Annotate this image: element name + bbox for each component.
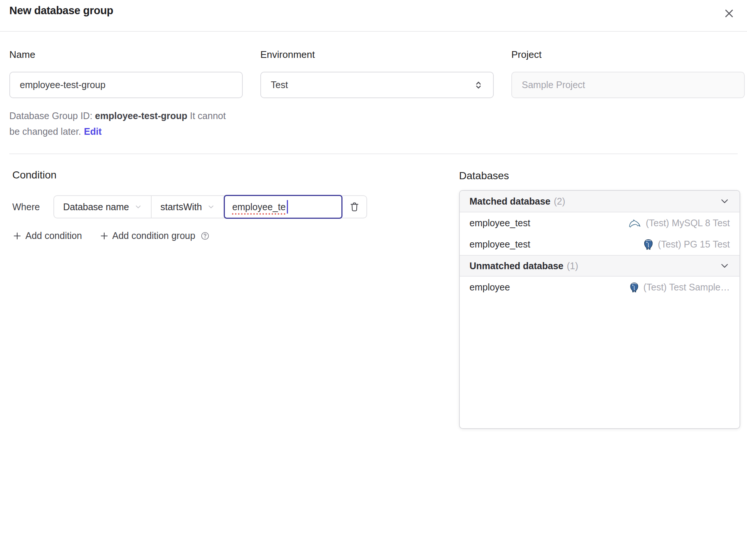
chevron-down-icon — [719, 196, 730, 206]
dialog-header: New database group — [0, 0, 747, 32]
database-row: employee (Test) Test Sample… — [460, 277, 740, 298]
text-caret — [287, 200, 288, 214]
databases-panel-empty-space — [460, 298, 740, 428]
databases-heading: Databases — [459, 168, 740, 183]
condition-operator-value: startsWith — [161, 202, 202, 212]
chevron-down-icon — [134, 203, 142, 211]
matched-database-count: (2) — [554, 196, 565, 207]
environment-field-group: Environment Test — [260, 49, 494, 98]
condition-actions: Add condition Add condition group — [12, 230, 459, 241]
condition-field-value: Database name — [63, 202, 129, 212]
plus-icon — [12, 231, 22, 241]
group-id-note: Database Group ID: employee-test-group I… — [9, 108, 238, 139]
bottom-area: Condition Where Database name startsWith — [0, 154, 747, 429]
database-instance-label: (Test) MySQL 8 Test — [646, 218, 730, 228]
chevron-down-icon — [207, 203, 215, 211]
project-value: Sample Project — [522, 80, 585, 90]
form-row: Name Environment Test Project Sample Pro… — [9, 49, 738, 98]
database-name: employee_test — [469, 239, 530, 250]
name-input[interactable] — [9, 72, 243, 98]
database-row: employee_test (Test) PG 15 Test — [460, 234, 740, 255]
postgresql-elephant-icon — [643, 239, 654, 250]
databases-panel: Matched database (2) employee_test (Test… — [459, 190, 740, 429]
database-instance-label: (Test) PG 15 Test — [658, 239, 730, 250]
database-name: employee_test — [469, 218, 530, 228]
databases-section: Databases Matched database (2) employee_… — [459, 154, 740, 429]
unmatched-database-title: Unmatched database — [469, 261, 563, 271]
condition-operator-dropdown[interactable]: startsWith — [152, 196, 224, 218]
condition-group: Database name startsWith employee_te — [53, 195, 367, 218]
add-condition-group-label: Add condition group — [112, 230, 195, 241]
group-id-note-prefix: Database Group ID: — [9, 111, 95, 121]
group-id-value: employee-test-group — [95, 111, 187, 121]
database-instance: (Test) PG 15 Test — [643, 239, 730, 250]
database-instance-label: (Test) Test Sample… — [643, 282, 730, 293]
unmatched-database-count: (1) — [567, 261, 578, 271]
unmatched-database-header[interactable]: Unmatched database (1) — [460, 255, 740, 277]
add-condition-button[interactable]: Add condition — [12, 230, 82, 241]
database-instance: (Test) MySQL 8 Test — [628, 218, 730, 228]
delete-condition-button[interactable] — [342, 196, 366, 218]
add-condition-label: Add condition — [25, 230, 82, 241]
up-down-chevron-icon — [474, 80, 483, 90]
database-instance: (Test) Test Sample… — [629, 282, 730, 293]
project-input[interactable]: Sample Project — [511, 72, 745, 98]
condition-heading: Condition — [12, 168, 459, 183]
database-row: employee_test (Test) MySQL 8 Test — [460, 212, 740, 234]
environment-select[interactable]: Test — [260, 72, 494, 98]
chevron-down-icon — [719, 261, 730, 271]
environment-label: Environment — [260, 49, 494, 60]
mysql-dolphin-icon — [628, 218, 642, 228]
condition-value-text: employee_te — [232, 202, 286, 212]
edit-link[interactable]: Edit — [84, 126, 102, 137]
plus-icon — [99, 231, 109, 241]
database-name: employee — [469, 282, 510, 293]
postgresql-elephant-icon — [629, 282, 639, 293]
matched-database-header[interactable]: Matched database (2) — [460, 191, 740, 212]
condition-field-dropdown[interactable]: Database name — [54, 196, 152, 218]
question-circle-icon[interactable] — [200, 231, 210, 241]
matched-database-title: Matched database — [469, 196, 551, 207]
condition-row: Where Database name startsWith employee_… — [12, 195, 459, 218]
environment-selected-value: Test — [271, 80, 288, 90]
add-condition-group-button[interactable]: Add condition group — [99, 230, 210, 241]
name-label: Name — [9, 49, 243, 60]
condition-section: Condition Where Database name startsWith — [9, 154, 459, 241]
trash-icon — [349, 201, 360, 212]
name-field-group: Name — [9, 49, 243, 98]
condition-value-input[interactable]: employee_te — [224, 195, 342, 219]
close-button[interactable] — [721, 5, 737, 22]
project-field-group: Project Sample Project — [511, 49, 745, 98]
project-label: Project — [511, 49, 745, 60]
close-icon — [723, 8, 735, 19]
where-label: Where — [12, 202, 53, 212]
page-title: New database group — [9, 4, 113, 17]
